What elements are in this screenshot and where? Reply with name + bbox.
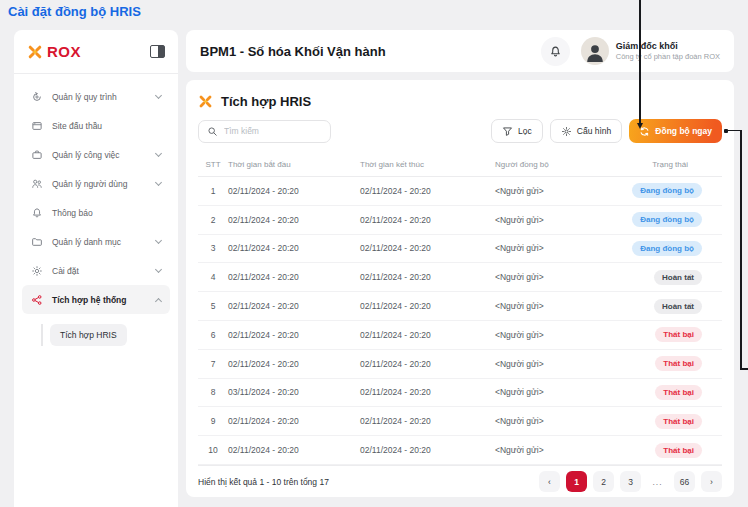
sidebar-item-label: Site đấu thầu <box>52 121 147 131</box>
status-badge: Thất bại <box>655 414 702 429</box>
page-button[interactable]: ... <box>647 471 668 492</box>
sidebar-item[interactable]: Thông báo <box>22 198 170 227</box>
row-index: 3 <box>198 243 228 253</box>
sidebar-item[interactable]: Quản lý danh mục <box>22 227 170 256</box>
sync-now-button[interactable]: Đồng bộ ngay <box>629 119 722 143</box>
user-org: Công ty cổ phần tập đoàn ROX <box>616 52 720 62</box>
page-button[interactable]: 66 <box>674 471 695 492</box>
sidebar-item[interactable]: Quản lý quy trình <box>22 82 170 111</box>
status-badge: Hoàn tất <box>654 270 702 285</box>
filter-button-label: Lọc <box>518 126 532 136</box>
row-start-time: 02/11/2024 - 20:20 <box>228 445 360 455</box>
status-badge: Hoàn tất <box>654 299 702 314</box>
annotation-line-vertical-config <box>639 0 641 124</box>
row-start-time: 02/11/2024 - 20:20 <box>228 416 360 426</box>
row-end-time: 02/11/2024 - 20:20 <box>360 186 495 196</box>
sidebar-item-icon <box>31 265 43 277</box>
next-page-button[interactable]: › <box>701 471 722 492</box>
chevron-icon <box>155 236 162 243</box>
row-index: 5 <box>198 301 228 311</box>
col-header-start: Thời gian bắt đầu <box>228 160 360 169</box>
user-name: Giám đốc khối <box>616 41 720 52</box>
sidebar-item[interactable]: Site đấu thầu <box>22 111 170 140</box>
row-index: 1 <box>198 186 228 196</box>
table-body: 1 02/11/2024 - 20:20 02/11/2024 - 20:20 … <box>198 177 722 465</box>
table-row: 6 02/11/2024 - 20:20 02/11/2024 - 20:20 … <box>198 321 722 350</box>
table-row: 7 02/11/2024 - 20:20 02/11/2024 - 20:20 … <box>198 350 722 379</box>
pagination: ‹ 1 2 3 ... 66 › <box>539 471 722 492</box>
chevron-icon <box>155 178 162 185</box>
col-header-end: Thời gian kết thúc <box>360 160 495 169</box>
sidebar-item-icon <box>31 149 43 161</box>
row-start-time: 02/11/2024 - 20:20 <box>228 243 360 253</box>
filter-button[interactable]: Lọc <box>491 119 543 143</box>
row-end-time: 02/11/2024 - 20:20 <box>360 215 495 225</box>
chevron-icon <box>155 149 162 156</box>
status-badge: Đang đồng bộ <box>632 183 702 198</box>
sidebar-item-icon <box>31 236 43 248</box>
status-badge: Thất bại <box>655 327 702 342</box>
row-start-time: 03/11/2024 - 20:20 <box>228 387 360 397</box>
sidebar-item-label: Thông báo <box>52 208 147 218</box>
row-index: 10 <box>198 445 228 455</box>
sidebar-item[interactable]: Tích hợp hệ thống <box>22 285 170 314</box>
sidebar-item-label: Quản lý danh mục <box>52 237 147 247</box>
row-start-time: 02/11/2024 - 20:20 <box>228 272 360 282</box>
chevron-icon <box>155 265 162 272</box>
sidebar-collapse-icon[interactable] <box>150 45 165 58</box>
top-header: BPM1 - Số hóa Khối Vận hành Giám đốc khố… <box>186 30 734 72</box>
row-end-time: 02/11/2024 - 20:20 <box>360 387 495 397</box>
sidebar: ROX Quản lý quy trình Site đấu thầu Quản… <box>14 30 178 507</box>
table-row: 3 02/11/2024 - 20:20 02/11/2024 - 20:20 … <box>198 235 722 264</box>
sidebar-item-label: Tích hợp hệ thống <box>52 295 147 305</box>
row-index: 7 <box>198 359 228 369</box>
status-badge: Đang đồng bộ <box>632 212 702 227</box>
sidebar-item-icon <box>31 91 43 103</box>
row-start-time: 02/11/2024 - 20:20 <box>228 301 360 311</box>
page-button[interactable]: 3 <box>620 471 641 492</box>
main-panel: Tích hợp HRIS Lọc Cấu hình Đồng bộ ngay … <box>186 80 734 497</box>
sidebar-item[interactable]: Cài đặt <box>22 256 170 285</box>
user-menu[interactable]: Giám đốc khối Công ty cổ phần tập đoàn R… <box>581 37 720 65</box>
sidebar-item-label: Quản lý công việc <box>52 150 147 160</box>
status-badge: Thất bại <box>655 443 702 458</box>
row-sync-user: <Người gửi> <box>495 243 630 253</box>
col-header-stt: STT <box>198 160 228 169</box>
table-row: 1 02/11/2024 - 20:20 02/11/2024 - 20:20 … <box>198 177 722 206</box>
table-header-row: STT Thời gian bắt đầu Thời gian kết thúc… <box>198 153 722 177</box>
config-button[interactable]: Cấu hình <box>550 119 623 143</box>
row-end-time: 02/11/2024 - 20:20 <box>360 301 495 311</box>
row-sync-user: <Người gửi> <box>495 215 630 225</box>
page-button[interactable]: 2 <box>593 471 614 492</box>
prev-page-button[interactable]: ‹ <box>539 471 560 492</box>
person-icon <box>583 41 607 65</box>
row-sync-user: <Người gửi> <box>495 445 630 455</box>
search-icon <box>207 126 218 137</box>
config-button-label: Cấu hình <box>577 126 612 136</box>
table-row: 9 02/11/2024 - 20:20 02/11/2024 - 20:20 … <box>198 407 722 436</box>
gear-icon <box>561 126 572 137</box>
row-index: 8 <box>198 387 228 397</box>
row-end-time: 02/11/2024 - 20:20 <box>360 416 495 426</box>
notification-bell-button[interactable] <box>541 37 570 66</box>
sidebar-item[interactable]: Quản lý công việc <box>22 140 170 169</box>
row-end-time: 02/11/2024 - 20:20 <box>360 359 495 369</box>
table-row: 5 02/11/2024 - 20:20 02/11/2024 - 20:20 … <box>198 292 722 321</box>
table-row: 4 02/11/2024 - 20:20 02/11/2024 - 20:20 … <box>198 263 722 292</box>
sidebar-item-label: Quản lý người dùng <box>52 179 147 189</box>
sidebar-subitem-hris[interactable]: Tích hợp HRIS <box>50 324 127 346</box>
table-row: 10 02/11/2024 - 20:20 02/11/2024 - 20:20… <box>198 436 722 465</box>
row-index: 9 <box>198 416 228 426</box>
page-button[interactable]: 1 <box>566 471 587 492</box>
sync-history-table: STT Thời gian bắt đầu Thời gian kết thúc… <box>198 153 722 465</box>
row-end-time: 02/11/2024 - 20:20 <box>360 445 495 455</box>
row-index: 2 <box>198 215 228 225</box>
row-sync-user: <Người gửi> <box>495 272 630 282</box>
app-title: BPM1 - Số hóa Khối Vận hành <box>200 44 541 59</box>
avatar <box>581 37 609 65</box>
sidebar-nav: Quản lý quy trình Site đấu thầu Quản lý … <box>14 74 178 322</box>
row-sync-user: <Người gửi> <box>495 301 630 311</box>
sidebar-item-icon <box>31 294 43 306</box>
search-input[interactable] <box>224 126 322 136</box>
sidebar-item[interactable]: Quản lý người dùng <box>22 169 170 198</box>
